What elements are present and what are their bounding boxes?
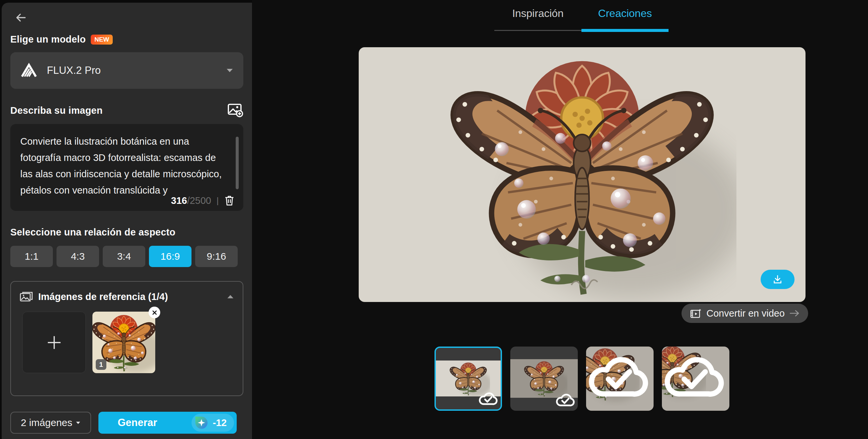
- convert-to-video-label: Convertir en video: [707, 308, 784, 319]
- aspect-ratio-group: 1:1 4:3 3:4 16:9 9:16: [10, 246, 243, 267]
- cloud-check-icon: [477, 390, 499, 407]
- generated-image[interactable]: [359, 47, 806, 302]
- cloud-check-icon: [555, 391, 576, 408]
- chevron-down-icon: [75, 421, 81, 425]
- new-badge: NEW: [91, 35, 113, 45]
- prompt-section-title: Describa su imagen: [10, 105, 103, 116]
- generation-sidebar: Elige un modelo NEW FLUX.2 Pro Describa …: [2, 3, 252, 439]
- reference-tiles: 1: [20, 312, 234, 373]
- flux-logo-icon: [20, 63, 37, 78]
- aspect-option-9-16[interactable]: 9:16: [195, 246, 238, 267]
- prompt-section-header: Describa su imagen: [10, 104, 243, 117]
- trash-icon[interactable]: [224, 195, 235, 206]
- creation-thumbnail-1[interactable]: [434, 347, 502, 411]
- aspect-option-1-1[interactable]: 1:1: [10, 246, 53, 267]
- prompt-textarea[interactable]: Convierte la ilustración botánica en una…: [10, 124, 243, 211]
- tab-underline: [494, 29, 669, 32]
- close-icon: [152, 310, 157, 315]
- sidebar-footer: 2 imágenes Generar -12: [10, 412, 237, 434]
- video-icon: [690, 308, 702, 318]
- collapse-up-icon[interactable]: [227, 294, 234, 299]
- aspect-option-3-4[interactable]: 3:4: [103, 246, 145, 267]
- reference-order-badge: 1: [96, 359, 106, 370]
- creations-panel: Inspiración Creaciones Convertir en vide…: [252, 0, 868, 439]
- prompt-meta: 316/2500 |: [171, 195, 235, 206]
- tab-creaciones[interactable]: Creaciones: [582, 7, 669, 29]
- model-selector[interactable]: FLUX.2 Pro: [10, 52, 243, 89]
- creation-thumbnail-3[interactable]: [586, 347, 654, 411]
- prompt-scrollbar[interactable]: [236, 137, 239, 189]
- download-icon: [773, 274, 782, 284]
- cloud-check-icon: [586, 347, 652, 408]
- image-count-dropdown[interactable]: 2 imágenes: [10, 412, 91, 434]
- meta-divider: |: [216, 196, 219, 206]
- reference-image-slot[interactable]: 1: [92, 312, 155, 373]
- chevron-down-icon: [226, 68, 234, 73]
- tab-bar: Inspiración Creaciones: [494, 7, 669, 32]
- remove-reference-button[interactable]: [149, 306, 160, 318]
- back-button[interactable]: [13, 10, 28, 25]
- creation-thumbnail-4[interactable]: [662, 347, 730, 411]
- generate-label: Generar: [118, 417, 157, 429]
- generate-button[interactable]: Generar -12: [98, 412, 237, 434]
- selected-model-label: FLUX.2 Pro: [47, 64, 101, 77]
- credits-icon: [194, 415, 209, 430]
- char-count: 316: [171, 195, 187, 206]
- download-button[interactable]: [761, 270, 795, 289]
- tab-inspiracion[interactable]: Inspiración: [494, 7, 582, 29]
- add-reference-button[interactable]: [22, 312, 86, 373]
- reference-images-panel: Imágenes de referencia (1/4): [10, 281, 243, 396]
- photos-icon: [20, 291, 33, 302]
- cloud-check-icon: [662, 347, 727, 408]
- reference-panel-header[interactable]: Imágenes de referencia (1/4): [20, 291, 234, 302]
- model-section-header: Elige un modelo NEW: [10, 34, 243, 45]
- aspect-option-16-9[interactable]: 16:9: [149, 246, 191, 267]
- creation-thumbnails: [434, 347, 730, 411]
- active-tab-indicator: [582, 29, 669, 32]
- arrow-left-icon: [14, 12, 27, 24]
- char-limit: /2500: [187, 195, 211, 206]
- arrow-right-icon: [789, 310, 800, 317]
- butterfly-artwork: [359, 47, 806, 302]
- credit-cost-value: -12: [213, 417, 227, 428]
- model-section-title: Elige un modelo: [10, 34, 86, 45]
- aspect-option-4-3[interactable]: 4:3: [57, 246, 99, 267]
- aspect-section-title: Seleccione una relación de aspecto: [10, 227, 243, 238]
- image-count-label: 2 imágenes: [21, 417, 72, 428]
- image-add-icon[interactable]: [227, 104, 243, 117]
- creation-thumbnail-2[interactable]: [510, 347, 578, 411]
- credit-cost-pill: -12: [191, 414, 234, 432]
- app-window: { "colors": { "accent": "#13b5e9", "side…: [0, 0, 868, 439]
- reference-panel-title: Imágenes de referencia (1/4): [38, 291, 168, 302]
- plus-icon: [46, 335, 62, 350]
- convert-to-video-button[interactable]: Convertir en video: [682, 304, 808, 323]
- prompt-text: Convierte la ilustración botánica en una…: [20, 134, 223, 199]
